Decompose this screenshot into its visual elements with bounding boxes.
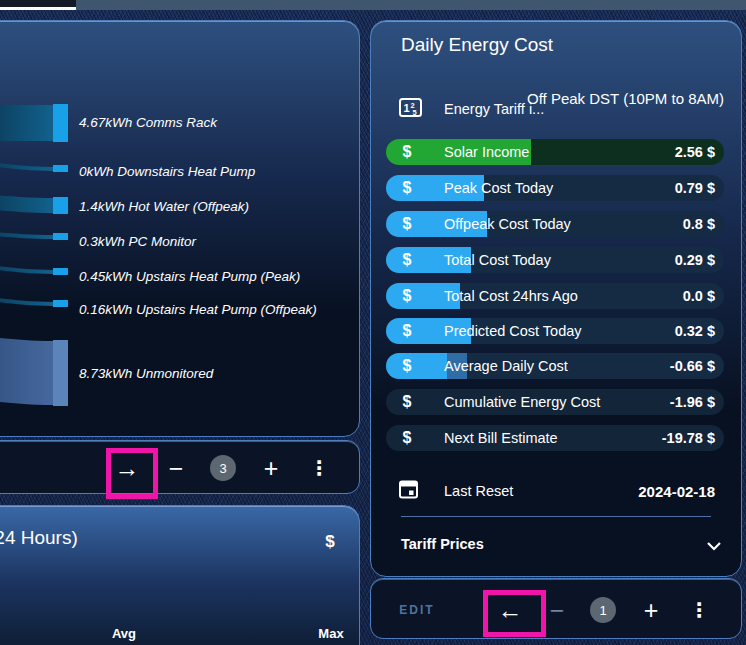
row-peak-cost-today[interactable]: $ Peak Cost Today 0.79 $ [386,175,724,201]
node-unmonitored[interactable] [53,340,68,406]
overflow-menu-icon[interactable]: ⋮ [309,458,329,478]
card-title: Daily Energy Cost [401,34,553,56]
row-solar-income[interactable]: $ Solar Income 2.56 $ [386,139,724,165]
flow-downstairs-heat-pump[interactable] [0,161,53,171]
zoom-in-plus-icon[interactable]: + [264,456,279,481]
row-average-daily-cost[interactable]: $ Average Daily Cost -0.66 $ [386,353,724,379]
page-number-badge: 3 [210,455,236,481]
section-divider [401,516,711,517]
cost-24h-card: (24 Hours) $ Avg Max [0,505,360,645]
browser-tab-strip [0,0,746,10]
flow-hot-water[interactable] [0,194,53,213]
currency-usd-icon: $ [398,287,416,305]
row-offpeak-cost-today[interactable]: $ Offpeak Cost Today 0.8 $ [386,211,724,237]
row-predicted-cost-today[interactable]: $ Predicted Cost Today 0.32 $ [386,318,724,344]
currency-usd-icon: $ [398,179,416,197]
flow-label-pc-monitor: 0.3kWh PC Monitor [79,234,196,249]
currency-usd-icon: $ [398,322,416,340]
currency-usd-icon: $ [325,532,334,552]
tariff-row-value: Off Peak DST (10PM to 8AM) [504,89,724,109]
overflow-menu-icon[interactable]: ⋮ [689,600,709,620]
currency-usd-icon: $ [398,357,416,375]
node-downstairs-heat-pump[interactable] [53,165,68,172]
flow-upstairs-offpeak[interactable] [0,296,53,306]
cost-24h-card-title: (24 Hours) [0,527,78,549]
dashboard-screen: 4.67kWh Comms Rack 0kWh Downstairs Heat … [0,0,746,645]
last-reset-value: 2024-02-18 [638,483,715,500]
daily-energy-cost-card: Daily Energy Cost 1 2 5 Energy Tariff i.… [370,20,742,577]
row-next-bill-estimate[interactable]: $ Next Bill Estimate -19.78 $ [386,425,724,451]
highlight-box-prev-arrow [483,590,546,637]
svg-text:5: 5 [413,108,417,117]
currency-usd-icon: $ [398,143,416,161]
currency-usd-icon: $ [398,251,416,269]
last-reset-label: Last Reset [444,483,513,499]
row-last-reset[interactable]: Last Reset 2024-02-18 [386,471,724,511]
currency-usd-icon: $ [398,215,416,233]
flow-label-unmonitored: 8.73kWh Unmonitored [79,366,213,381]
edit-button[interactable]: EDIT [399,603,434,617]
row-total-cost-24hrs-ago[interactable]: $ Total Cost 24hrs Ago 0.0 $ [386,283,724,309]
node-comms-rack[interactable] [53,104,68,142]
left-pagination-bar: → − 3 + ⋮ [0,440,360,494]
column-header-avg: Avg [112,626,136,641]
flow-upstairs-peak[interactable] [0,264,53,274]
node-pc-monitor[interactable] [53,233,68,240]
flow-label-comms-rack: 4.67kWh Comms Rack [79,115,217,130]
flow-unmonitored[interactable] [0,336,53,405]
zoom-out-minus-icon[interactable]: − [550,598,565,623]
node-upstairs-peak[interactable] [53,268,68,275]
node-upstairs-offpeak[interactable] [53,300,68,307]
flow-label-downstairs-heat-pump: 0kWh Downstairs Heat Pump [79,164,255,179]
page-number-badge: 1 [590,597,616,623]
calendar-icon [398,479,419,504]
energy-flow-card: 4.67kWh Comms Rack 0kWh Downstairs Heat … [0,20,360,437]
currency-usd-icon: $ [398,429,416,447]
flow-label-upstairs-peak: 0.45kWh Upstairs Heat Pump (Peak) [79,269,300,284]
svg-text:1: 1 [404,102,410,114]
column-header-max: Max [318,626,343,641]
flow-pc-monitor[interactable] [0,231,53,239]
flow-label-upstairs-offpeak: 0.16kWh Upstairs Heat Pump (Offpeak) [79,302,317,317]
flow-label-hot-water: 1.4kWh Hot Water (Offpeak) [79,199,249,214]
flow-comms-rack[interactable] [0,105,53,141]
right-pagination-bar: EDIT ← − 1 + ⋮ [370,578,742,639]
zoom-out-minus-icon[interactable]: − [169,456,184,481]
zoom-in-plus-icon[interactable]: + [644,598,659,623]
chevron-down-icon[interactable] [706,537,722,555]
currency-usd-icon: $ [398,393,416,411]
highlight-box-next-arrow [106,448,158,499]
node-hot-water[interactable] [53,197,68,214]
active-tab[interactable] [0,0,76,10]
tariff-prices-toggle-label[interactable]: Tariff Prices [401,536,484,552]
row-cumulative-energy-cost[interactable]: $ Cumulative Energy Cost -1.96 $ [386,389,724,415]
active-tab-indicator [0,7,76,10]
counter-icon: 1 2 5 [399,98,422,121]
row-total-cost-today[interactable]: $ Total Cost Today 0.29 $ [386,247,724,273]
